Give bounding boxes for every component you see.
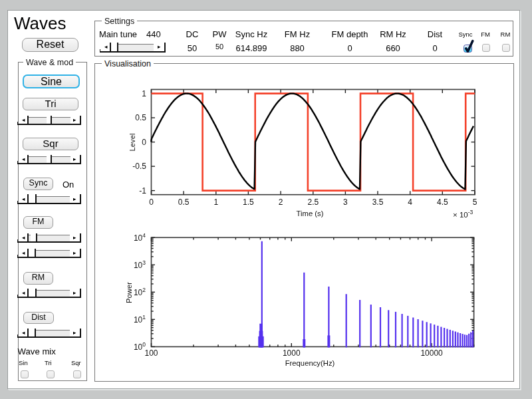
svg-text:Level: Level: [128, 133, 136, 151]
svg-text:Time (s): Time (s): [297, 209, 324, 217]
svg-text:4: 4: [408, 198, 412, 207]
svg-text:100: 100: [144, 348, 158, 358]
svg-text:-1: -1: [139, 186, 146, 196]
svg-text:3: 3: [343, 198, 348, 207]
svg-text:1: 1: [213, 198, 218, 207]
svg-text:101: 101: [134, 314, 146, 325]
svg-text:Frequency(Hz): Frequency(Hz): [285, 359, 335, 367]
svg-text:10000: 10000: [420, 348, 443, 358]
svg-text:0: 0: [142, 138, 146, 147]
svg-text:× 10-3: × 10-3: [453, 209, 473, 219]
svg-text:3.5: 3.5: [372, 198, 384, 207]
svg-text:2.5: 2.5: [307, 198, 319, 207]
svg-text:0.5: 0.5: [178, 198, 190, 207]
svg-text:1: 1: [142, 89, 146, 98]
svg-text:1.5: 1.5: [243, 198, 254, 207]
svg-text:104: 104: [134, 232, 146, 243]
svg-text:1000: 1000: [283, 348, 301, 358]
svg-text:102: 102: [134, 287, 146, 297]
svg-text:103: 103: [134, 259, 146, 270]
svg-text:Power: Power: [125, 282, 133, 303]
svg-text:0: 0: [149, 198, 154, 207]
svg-text:0.5: 0.5: [135, 113, 146, 122]
svg-text:5: 5: [473, 198, 477, 207]
svg-text:4.5: 4.5: [437, 198, 448, 207]
svg-text:2: 2: [279, 198, 283, 207]
svg-text:-0.5: -0.5: [132, 162, 146, 171]
